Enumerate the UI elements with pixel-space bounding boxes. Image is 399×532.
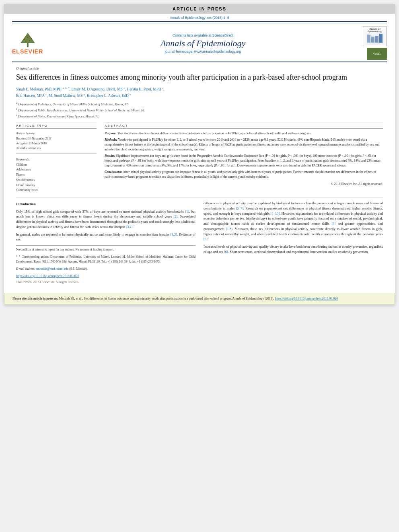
keyword-community-based: Community-based	[16, 188, 97, 193]
history-label: Article history:	[16, 131, 97, 136]
ref-5-7[interactable]: [5–7]	[236, 206, 243, 210]
email-line: E-mail address: smessiah@med.miami.edu (…	[16, 267, 195, 271]
results-text: Significant improvements for boys and gi…	[105, 154, 380, 167]
article-in-press-banner: ARTICLE IN PRESS	[4, 4, 395, 14]
journal-ref-line: Annals of Epidemiology xxx (2018) 1–8	[4, 14, 395, 21]
doi-link[interactable]: https://doi.org/10.1016/j.annepidem.2018…	[16, 274, 195, 279]
right-para2: Increased levels of physical activity an…	[204, 244, 383, 255]
contents-line: Contents lists available at ScienceDirec…	[43, 33, 363, 37]
conclusions-label: Conclusions:	[105, 170, 123, 174]
article-history: Article history: Received 30 November 20…	[16, 131, 97, 154]
keywords-label: Keywords:	[16, 157, 97, 162]
abstract-methods: Methods: Youth who participated in Fit2P…	[105, 138, 383, 152]
svg-rect-9	[367, 35, 370, 43]
journal-header-center: Contents lists available at ScienceDirec…	[43, 33, 363, 53]
svg-rect-0	[27, 43, 29, 47]
purpose-text: This study aimed to describe sex differe…	[117, 131, 311, 135]
affil-a: Department of Pediatrics, University of …	[18, 103, 128, 106]
keyword-adolescents: Adolescents	[16, 167, 97, 173]
introduction-heading: Introduction	[16, 201, 195, 207]
copyright-line: © 2018 Elsevier Inc. All rights reserved…	[105, 182, 383, 187]
abstract-header: ABSTRACT	[105, 123, 383, 129]
methods-text: Youth who participated in Fit2Play for e…	[105, 138, 379, 151]
journal-header: ELSEVIER Contents lists available at Sci…	[4, 23, 395, 62]
affil-b: Department of Public Health Sciences, Un…	[18, 109, 145, 112]
citation-label: Please cite this article in press as:	[12, 297, 59, 300]
article-body: Original article Sex differences in fitn…	[4, 62, 395, 289]
journal-ref: Annals of Epidemiology xxx (2018) 1–8	[170, 16, 229, 20]
methods-label: Methods:	[105, 138, 118, 142]
conclusions-text: After-school physical activity programs …	[105, 170, 376, 179]
svg-rect-12	[379, 34, 383, 43]
section-divider	[16, 197, 383, 197]
journal-small-logo: Annals of Epidemiology	[363, 27, 387, 46]
journal-homepage-line: journal homepage: www.annalsofepidemiolo…	[43, 49, 363, 53]
ref-2[interactable]: [2]	[173, 214, 177, 218]
banner-text: ARTICLE IN PRESS	[173, 6, 226, 11]
ref-6[interactable]: [6]	[224, 250, 228, 254]
article-title: Sex differences in fitness outcomes amon…	[16, 73, 383, 82]
ref-9[interactable]: [9]	[331, 222, 335, 226]
article-info-header: ARTICLE INFO	[16, 123, 97, 129]
results-label: Results:	[105, 154, 116, 158]
citation-text: Messiah SE, et al., Sex differences in f…	[59, 297, 275, 300]
sciencedirect-link[interactable]: ScienceDirect	[212, 33, 233, 37]
conflicts-text: No conflicts of interest to report for a…	[16, 247, 195, 252]
small-logo-graphic	[365, 33, 385, 45]
svg-rect-10	[371, 37, 374, 43]
abstract-purpose: Purpose: This study aimed to describe se…	[105, 131, 383, 136]
svg-rect-11	[375, 36, 378, 43]
ref-3-4[interactable]: [3,4]	[126, 225, 132, 229]
main-content: Introduction Only 18% of high school gir…	[16, 201, 383, 285]
svg-point-5	[27, 36, 29, 38]
ref-8-10[interactable]: [8–10]	[270, 212, 280, 216]
ref-1[interactable]: [1]	[185, 210, 189, 214]
journal-header-right: Annals of Epidemiology ACCEL	[363, 27, 387, 60]
keyword-ethnic-minority: Ethnic minority	[16, 183, 97, 188]
keywords-section: Keywords: Children Adolescents Fitness S…	[16, 157, 97, 193]
footer-notes: No conflicts of interest to report for a…	[16, 245, 195, 285]
keyword-sex-differences: Sex differences	[16, 178, 97, 183]
main-col-left: Introduction Only 18% of high school gir…	[16, 201, 195, 285]
ref-1-8[interactable]: [1,8]	[226, 227, 232, 231]
accel-logo: ACCEL	[367, 48, 387, 60]
article-type: Original article	[16, 66, 383, 70]
affil-c: Department of Parks, Recreation and Open…	[18, 114, 99, 118]
svg-point-4	[31, 38, 32, 39]
affiliations: a Department of Pediatrics, University o…	[16, 101, 383, 119]
svg-point-6	[25, 40, 27, 41]
corresponding-text: * * Corresponding author. Department of …	[16, 255, 195, 264]
right-para1: differences in physical activity may be …	[204, 201, 383, 242]
ref-1-2[interactable]: [1,2]	[171, 232, 177, 236]
intro-para2: In general, males are reported to be mor…	[16, 232, 195, 242]
keyword-children: Children	[16, 162, 97, 168]
ref-5[interactable]: [5]	[204, 237, 208, 241]
accepted-date: Accepted 30 March 2018	[16, 141, 97, 146]
email-address[interactable]: smessiah@med.miami.edu	[36, 267, 69, 271]
accel-text: ACCEL	[373, 53, 381, 55]
contents-text: Contents lists available at	[173, 33, 212, 37]
elsevier-wordmark: ELSEVIER	[12, 48, 43, 55]
page: ARTICLE IN PRESS Annals of Epidemiology …	[4, 4, 395, 305]
elsevier-logo: ELSEVIER	[12, 32, 43, 55]
keyword-fitness: Fitness	[16, 173, 97, 178]
svg-point-3	[23, 39, 25, 40]
issn-line: 1047-2797/© 2018 Elsevier Inc. All right…	[16, 280, 195, 285]
journal-title: Annals of Epidemiology	[43, 38, 363, 49]
received-date: Received 30 November 2017	[16, 136, 97, 141]
abstract-col: ABSTRACT Purpose: This study aimed to de…	[105, 123, 383, 193]
info-abstract-section: ARTICLE INFO Article history: Received 3…	[16, 123, 383, 193]
homepage-text: journal homepage:	[165, 49, 194, 53]
purpose-label: Purpose:	[105, 131, 117, 135]
abstract-conclusions: Conclusions: After-school physical activ…	[105, 170, 383, 179]
main-col-right: differences in physical activity may be …	[204, 201, 383, 285]
available-date: Available online xxx	[16, 146, 97, 151]
citation-doi-link[interactable]: https://doi.org/10.1016/j.annepidem.2018…	[275, 297, 338, 300]
intro-para1: Only 18% of high school girls compared w…	[16, 209, 195, 230]
corresponding-body: * Corresponding author. Department of Pe…	[16, 255, 195, 263]
elsevier-tree-icon	[18, 32, 38, 48]
article-info-col: ARTICLE INFO Article history: Received 3…	[16, 123, 97, 193]
abstract-results: Results: Significant improvements for bo…	[105, 154, 383, 168]
abstract-text: Purpose: This study aimed to describe se…	[105, 131, 383, 187]
homepage-link[interactable]: www.annalsofepidemiology.org	[194, 49, 241, 53]
